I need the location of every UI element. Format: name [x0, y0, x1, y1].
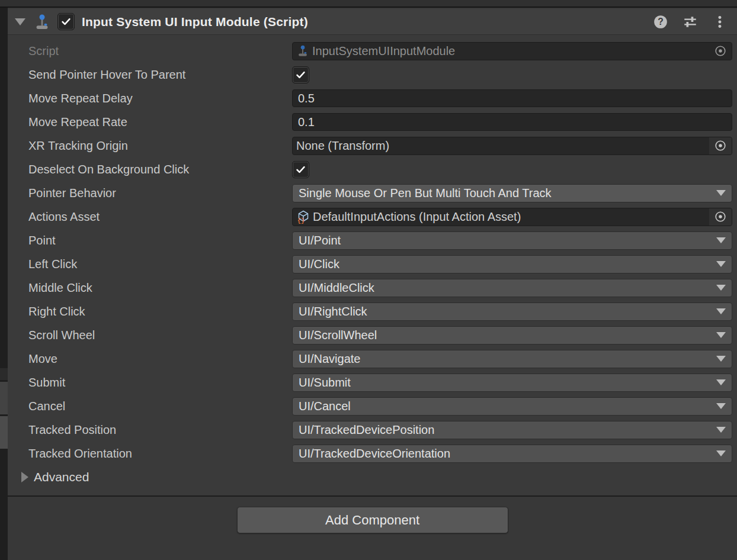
property-row-actions-asset: Actions Asset {} DefaultInputActi [8, 205, 737, 228]
object-picker-button[interactable] [709, 43, 732, 60]
script-object-value: InputSystemUIInputModule [312, 44, 455, 58]
inspector-footer: Add Component [8, 497, 737, 560]
component-inspector: Input System UI Input Module (Script) ? [8, 9, 737, 560]
unity-inspector-panel: Input System UI Input Module (Script) ? [0, 0, 737, 560]
actions-asset-object-field[interactable]: {} DefaultInputActions (Input Action Ass… [292, 208, 732, 226]
right-click-action-dropdown[interactable]: UI/RightClick [292, 302, 732, 321]
dropdown-arrow-icon [716, 261, 726, 267]
actions-asset-value: DefaultInputActions (Input Action Asset) [313, 210, 521, 224]
cancel-action-dropdown[interactable]: UI/Cancel [292, 397, 732, 416]
dropdown-arrow-icon [716, 332, 726, 338]
property-label: Move Repeat Rate [28, 115, 292, 129]
move-action-dropdown[interactable]: UI/Navigate [292, 350, 732, 368]
submit-action-dropdown[interactable]: UI/Submit [292, 374, 732, 392]
script-joystick-icon [296, 44, 309, 57]
property-row-right-click: Right Click UI/RightClick [8, 300, 737, 323]
property-label: Tracked Orientation [28, 447, 292, 461]
advanced-label: Advanced [34, 470, 89, 484]
dropdown-arrow-icon [716, 427, 726, 433]
property-row-submit: Submit UI/Submit [8, 371, 737, 394]
foldout-collapsed-icon[interactable] [21, 472, 28, 482]
property-label: Script [28, 44, 292, 58]
property-row-middle-click: Middle Click UI/MiddleClick [8, 276, 737, 300]
help-icon[interactable]: ? [653, 14, 668, 30]
property-row-tracked-orientation: Tracked Orientation UI/TrackedDeviceOrie… [8, 442, 737, 465]
property-row-point: Point UI/Point [8, 228, 737, 252]
property-label: Move Repeat Delay [28, 92, 292, 105]
add-component-button[interactable]: Add Component [237, 507, 508, 533]
foldout-expanded-icon[interactable] [15, 18, 25, 25]
left-panel-edge [0, 8, 8, 560]
property-label: Move [28, 352, 292, 366]
property-label: Tracked Position [28, 423, 292, 437]
property-row-move-repeat-delay: Move Repeat Delay [8, 86, 737, 110]
presets-icon[interactable] [682, 14, 698, 30]
property-label: Pointer Behavior [28, 186, 292, 200]
property-label: Cancel [28, 400, 292, 413]
component-title: Input System UI Input Module (Script) [82, 15, 653, 29]
object-picker-button[interactable] [709, 137, 732, 155]
dropdown-arrow-icon [716, 356, 726, 362]
dropdown-arrow-icon [716, 190, 726, 196]
property-label: XR Tracking Origin [28, 139, 292, 153]
scroll-wheel-action-dropdown[interactable]: UI/ScrollWheel [292, 326, 732, 345]
left-edge-segment [0, 368, 8, 380]
property-label: Point [28, 234, 292, 247]
pointer-behavior-dropdown[interactable]: Single Mouse Or Pen But Multi Touch And … [292, 184, 732, 202]
property-row-pointer-behavior: Pointer Behavior Single Mouse Or Pen But… [8, 181, 737, 205]
property-row-left-click: Left Click UI/Click [8, 252, 737, 276]
left-scrollbar-thumb[interactable] [0, 382, 8, 414]
send-pointer-hover-checkbox[interactable] [292, 66, 309, 83]
property-row-xr-tracking-origin: XR Tracking Origin None (Transform) [8, 134, 737, 157]
dropdown-arrow-icon [716, 237, 726, 243]
move-repeat-delay-input[interactable] [292, 89, 732, 107]
property-label: Actions Asset [28, 210, 292, 224]
property-label: Send Pointer Hover To Parent [28, 68, 292, 82]
property-rows: Script InputS [8, 35, 737, 489]
dropdown-arrow-icon [716, 403, 726, 409]
deselect-on-background-click-checkbox[interactable] [292, 161, 309, 178]
tracked-position-action-dropdown[interactable]: UI/TrackedDevicePosition [292, 421, 732, 439]
property-row-deselect-on-background-click: Deselect On Background Click [8, 157, 737, 181]
input-action-asset-icon: {} [296, 210, 310, 224]
dropdown-arrow-icon [716, 450, 726, 456]
more-menu-icon[interactable] [712, 14, 728, 30]
property-label: Right Click [28, 305, 292, 318]
property-label: Left Click [28, 258, 292, 271]
move-repeat-rate-input[interactable] [292, 113, 732, 131]
inspector-top-edge [0, 0, 737, 8]
dropdown-arrow-icon [716, 379, 726, 385]
property-row-move-repeat-rate: Move Repeat Rate [8, 110, 737, 134]
tracked-orientation-action-dropdown[interactable]: UI/TrackedDeviceOrientation [292, 445, 732, 463]
input-module-joystick-icon [33, 12, 52, 31]
property-row-script: Script InputS [8, 39, 737, 63]
xr-tracking-origin-value: None (Transform) [296, 139, 389, 153]
property-row-send-pointer-hover-to-parent: Send Pointer Hover To Parent [8, 63, 737, 86]
dropdown-arrow-icon [716, 285, 726, 291]
pointer-behavior-value: Single Mouse Or Pen But Multi Touch And … [299, 186, 712, 200]
xr-tracking-origin-object-field[interactable]: None (Transform) [292, 137, 732, 155]
property-row-scroll-wheel: Scroll Wheel UI/ScrollWheel [8, 323, 737, 347]
property-label: Submit [28, 376, 292, 390]
script-object-field: InputSystemUIInputModule [292, 42, 732, 60]
left-scrollbar-thumb[interactable] [0, 416, 8, 449]
dropdown-arrow-icon [716, 308, 726, 314]
property-label: Scroll Wheel [28, 329, 292, 342]
property-row-move: Move UI/Navigate [8, 347, 737, 371]
advanced-foldout[interactable]: Advanced [8, 465, 737, 489]
object-picker-button[interactable] [709, 208, 732, 226]
property-label: Deselect On Background Click [28, 163, 292, 176]
point-action-dropdown[interactable]: UI/Point [292, 231, 732, 250]
svg-text:{}: {} [297, 218, 305, 224]
property-row-cancel: Cancel UI/Cancel [8, 394, 737, 418]
property-row-tracked-position: Tracked Position UI/TrackedDevicePositio… [8, 418, 737, 442]
component-header[interactable]: Input System UI Input Module (Script) ? [8, 9, 737, 35]
middle-click-action-dropdown[interactable]: UI/MiddleClick [292, 279, 732, 297]
property-label: Middle Click [28, 281, 292, 295]
svg-text:?: ? [658, 17, 664, 27]
component-enabled-checkbox[interactable] [57, 13, 75, 30]
left-click-action-dropdown[interactable]: UI/Click [292, 255, 732, 273]
